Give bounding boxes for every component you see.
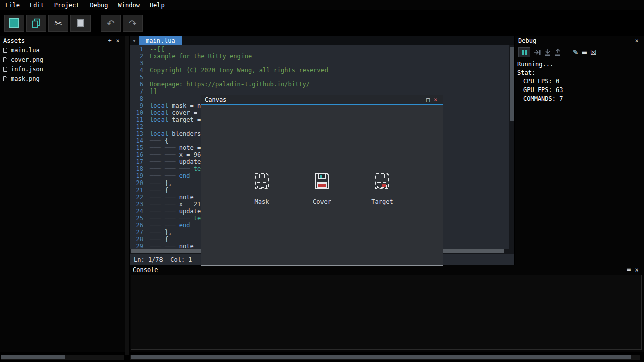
stat-commands: COMMANDS: 7 [517, 95, 642, 103]
step-out-button[interactable] [554, 48, 561, 56]
debug-stats: CPU FPS: 0 GPU FPS: 63 COMMANDS: 7 [517, 77, 642, 103]
canvas-item-label: Target [371, 198, 393, 205]
pause-icon [522, 50, 524, 55]
menu-item-edit[interactable]: Edit [25, 2, 49, 9]
line-number: 25 [130, 215, 143, 222]
line-number: 21 [130, 187, 143, 194]
assets-vertical-scrollbar[interactable] [125, 36, 129, 355]
menu-item-file[interactable]: File [0, 2, 25, 9]
code-line[interactable]: 4Copyright (C) 2020 Tony Wang, all right… [130, 67, 514, 74]
menu-item-window[interactable]: Window [113, 2, 145, 9]
code-line[interactable]: 2Example for the Bitty engine [130, 53, 514, 60]
pencil-icon[interactable]: ✎ [573, 48, 579, 56]
cut-button[interactable]: ✂ [48, 15, 68, 32]
line-number: 29 [130, 243, 143, 249]
asset-item-main-lua[interactable]: main.lua [0, 45, 125, 55]
debug-header: Debug × [515, 36, 644, 45]
new-button[interactable] [4, 15, 24, 32]
add-asset-button[interactable]: + [106, 37, 114, 44]
asset-item-cover-png[interactable]: cover.png [0, 55, 125, 64]
line-number: 28 [130, 236, 143, 243]
line-number: 7 [130, 88, 143, 95]
line-number: 5 [130, 74, 143, 81]
menu-item-debug[interactable]: Debug [85, 2, 113, 9]
code-line[interactable]: 7]] [130, 88, 514, 95]
redo-button[interactable]: ↷ [123, 15, 143, 32]
line-number: 1 [130, 46, 143, 53]
menu-bar: File Edit Project Debug Window Help [0, 0, 644, 10]
copy-button[interactable] [26, 15, 46, 32]
debug-stat-header: Stat: [517, 69, 642, 77]
file-icon [3, 47, 8, 53]
code-line[interactable]: 1--[[ [130, 46, 514, 53]
stat-gpu-fps-value: 63 [556, 86, 563, 94]
line-number: 8 [130, 95, 143, 102]
canvas-item-cover[interactable]: Cover [305, 171, 339, 205]
line-number: 24 [130, 208, 143, 215]
pause-button[interactable] [518, 47, 530, 57]
line-number: 19 [130, 172, 143, 179]
new-icon [9, 18, 19, 28]
undo-button[interactable]: ↶ [101, 15, 121, 32]
code-line[interactable]: 6Homepage: https://paladin-t.github.io/b… [130, 81, 514, 88]
copy-icon [31, 18, 42, 29]
file-icon [3, 57, 8, 63]
code-line[interactable]: 3 [130, 60, 514, 67]
editor-vertical-scrollbar[interactable] [509, 45, 514, 249]
code-line[interactable]: 5 [130, 74, 514, 81]
redo-icon: ↷ [129, 18, 137, 29]
line-number: 11 [130, 116, 143, 123]
scissors-icon: ✂ [54, 18, 62, 29]
line-number: 14 [130, 137, 143, 144]
canvas-window-title: Canvas [205, 96, 417, 103]
asset-item-info-json[interactable]: info.json [0, 64, 125, 74]
line-number: 16 [130, 151, 143, 158]
paste-button[interactable] [70, 15, 91, 32]
line-number: 22 [130, 194, 143, 201]
stat-cpu-fps: CPU FPS: 0 [517, 77, 642, 86]
close-debug-button[interactable]: × [633, 37, 641, 44]
assets-horizontal-scrollbar-thumb[interactable] [1, 355, 65, 359]
canvas-item-label: Cover [313, 198, 331, 205]
step-over-button[interactable] [533, 49, 541, 56]
cover-floppy-icon [312, 171, 332, 191]
step-into-button[interactable] [544, 48, 551, 56]
console-panel: Console ≣ × [130, 265, 644, 352]
canvas-title-bar[interactable]: Canvas _ □ × [201, 95, 443, 105]
close-canvas-button[interactable]: × [432, 96, 439, 103]
tab-list-dropdown[interactable]: ▼ [130, 36, 139, 45]
capture-icon[interactable]: ▬ [582, 49, 587, 56]
console-horizontal-scrollbar[interactable] [130, 355, 640, 360]
debug-toolbar: ✎ ▬ ☒ [515, 45, 644, 59]
console-horizontal-scrollbar-thumb[interactable] [131, 355, 631, 359]
debug-running-status: Running... [517, 60, 642, 69]
console-menu-icon[interactable]: ≣ [625, 266, 633, 274]
asset-item-mask-png[interactable]: mask.png [0, 74, 125, 83]
close-console-button[interactable]: × [633, 266, 641, 274]
mute-icon[interactable]: ☒ [590, 48, 597, 56]
console-output[interactable] [131, 275, 642, 350]
maximize-button[interactable]: □ [424, 96, 432, 103]
debug-panel: Debug × ✎ ▬ ☒ Running... Stat: CPU FPS: … [515, 36, 644, 265]
tab-main-lua[interactable]: main.lua [139, 36, 182, 45]
minimize-button[interactable]: _ [417, 96, 424, 103]
line-number: 13 [130, 130, 143, 137]
assets-horizontal-scrollbar[interactable] [1, 355, 124, 360]
line-number: 18 [130, 165, 143, 172]
assets-panel: Assets + × main.lua cover.png info.json … [0, 36, 125, 352]
menu-item-project[interactable]: Project [49, 2, 85, 9]
editor-vertical-scrollbar-thumb[interactable] [510, 47, 514, 121]
stat-cpu-fps-value: 0 [556, 78, 559, 85]
debug-title: Debug [518, 37, 633, 44]
canvas-item-target[interactable]: Target [365, 171, 399, 205]
line-number: 9 [130, 102, 143, 109]
close-assets-button[interactable]: × [114, 37, 122, 44]
undo-icon: ↶ [107, 18, 115, 29]
line-number: 12 [130, 123, 143, 130]
line-number: 10 [130, 109, 143, 116]
console-title: Console [133, 266, 625, 274]
menu-item-help[interactable]: Help [145, 2, 170, 9]
console-header: Console ≣ × [130, 265, 644, 275]
canvas-content: Mask Cover Target [201, 106, 443, 265]
canvas-item-mask[interactable]: Mask [245, 171, 279, 205]
